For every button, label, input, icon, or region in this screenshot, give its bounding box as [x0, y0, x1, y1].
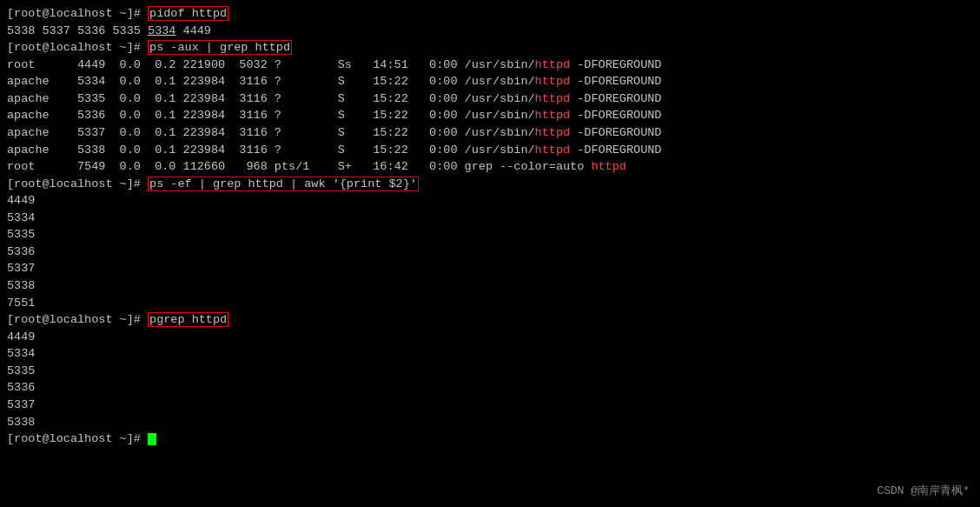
ps-row-5: apache 5337 0.0 0.1 223984 3116 ? S 15:2…	[7, 124, 973, 142]
ps-row-4: apache 5336 0.0 0.1 223984 3116 ? S 15:2…	[7, 107, 973, 124]
awk-out-6: 5338	[7, 277, 973, 295]
pgrep-out-5: 5337	[7, 397, 973, 414]
awk-out-3: 5335	[7, 226, 973, 243]
pgrep-out-6: 5338	[7, 414, 973, 431]
cursor	[148, 433, 156, 445]
pgrep-out-2: 5334	[7, 345, 973, 363]
ps-row-3: apache 5335 0.0 0.1 223984 3116 ? S 15:2…	[7, 90, 973, 108]
line-1: [root@localhost ~]# pidof httpd	[7, 5, 973, 23]
cmd-ps-awk: ps -ef | grep httpd | awk '{print $2}'	[148, 177, 419, 191]
awk-out-5: 5337	[7, 260, 973, 277]
awk-out-7: 7551	[7, 295, 973, 312]
prompt-1: [root@localhost ~]#	[7, 7, 148, 20]
ps-row-7: root 7549 0.0 0.0 112660 968 pts/1 S+ 16…	[7, 158, 973, 176]
watermark: CSDN @南岸青枫*	[877, 484, 970, 500]
cmd-pidof: pidof httpd	[148, 6, 228, 21]
pgrep-out-3: 5335	[7, 363, 973, 380]
awk-out-2: 5334	[7, 210, 973, 227]
prompt-3: [root@localhost ~]#	[7, 177, 148, 190]
prompt-4: [root@localhost ~]#	[7, 313, 148, 326]
ps-row-1: root 4449 0.0 0.2 221900 5032 ? Ss 14:51…	[7, 57, 973, 74]
line-final: [root@localhost ~]#	[7, 430, 973, 448]
pgrep-out-4: 5336	[7, 379, 973, 397]
awk-out-1: 4449	[7, 192, 973, 210]
prompt-final: [root@localhost ~]#	[7, 432, 148, 445]
line-2: [root@localhost ~]# ps -aux | grep httpd	[7, 39, 973, 57]
line-pidof-output: 5338 5337 5336 5335 5334 4449	[7, 23, 973, 40]
ps-row-6: apache 5338 0.0 0.1 223984 3116 ? S 15:2…	[7, 142, 973, 159]
pgrep-out-1: 4449	[7, 329, 973, 346]
line-4: [root@localhost ~]# pgrep httpd	[7, 311, 973, 329]
line-3: [root@localhost ~]# ps -ef | grep httpd …	[7, 176, 973, 193]
cmd-ps-aux: ps -aux | grep httpd	[148, 40, 292, 55]
ps-row-2: apache 5334 0.0 0.1 223984 3116 ? S 15:2…	[7, 73, 973, 90]
awk-out-4: 5336	[7, 243, 973, 261]
terminal: [root@localhost ~]# pidof httpd 5338 533…	[0, 0, 980, 507]
cmd-pgrep: pgrep httpd	[148, 312, 228, 327]
prompt-2: [root@localhost ~]#	[7, 41, 148, 54]
